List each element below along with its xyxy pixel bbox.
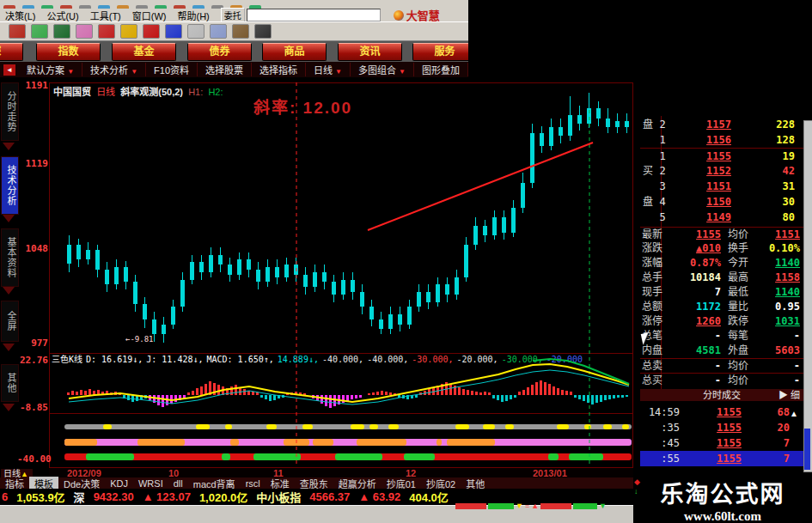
signal-band-segment [253,453,301,460]
macd-bar [587,395,589,403]
signal-band-segment [369,424,378,429]
flag-icon[interactable] [98,24,115,39]
candle [398,314,402,325]
macd-bar [106,391,108,395]
market-button-商品[interactable]: 商品 [262,43,327,61]
macd-bar [462,389,465,395]
nav-item[interactable]: 选择股票 [198,63,252,76]
nav-item[interactable]: F10资料 [146,63,198,76]
market-button-row: 沪深指数基金债券商品资讯服务 [0,41,468,62]
signal-band-segment [137,439,185,446]
mail-icon[interactable] [187,24,205,39]
ticker-row[interactable]: :4511557 [640,435,803,451]
monitor-icon[interactable] [210,24,227,39]
market-button-债券[interactable]: 债券 [187,43,252,61]
stat-label: 均价 [721,359,757,374]
back-icon[interactable]: ◄ [3,64,15,76]
red-orb-icon[interactable] [143,24,160,39]
nav-toolbar: ◄ 默认方案 ▼技术分析 ▼F10资料选择股票选择指标日线 ▼多图组合 ▼图形叠… [0,62,468,77]
macd-bar [565,391,568,395]
diamond-icon[interactable] [120,24,137,39]
candle [369,307,374,319]
market-button-沪深[interactable]: 沪深 [0,43,23,61]
candle [266,267,270,282]
sidebar-tab-技术分析[interactable]: 技术分析 [1,156,19,215]
status-value: 深 [74,489,85,505]
sidebar-tab-分时走势[interactable]: 分时走势 [1,82,19,141]
market-button-服务[interactable]: 服务 [412,43,468,61]
bell-icon[interactable] [76,24,93,39]
stat-value: - [668,329,721,344]
order-price: 1155 [669,149,731,164]
order-input[interactable] [247,9,381,21]
status-value: 404.0亿 [409,489,449,505]
macd-bar [514,395,516,398]
stat-label: 总买 [640,374,668,388]
menu-item[interactable]: 工具(T) [90,9,121,22]
chart-frame [49,82,633,468]
candle [218,255,223,265]
binoculars-icon[interactable] [53,24,70,39]
nav-item[interactable]: 多图组合 ▼ [351,63,414,76]
ticker-detail-button[interactable]: ▶ 细 [778,389,800,401]
order-price: 1149 [669,210,731,225]
stat-row: 总笔-每笔- [640,329,803,344]
candle [455,277,459,295]
indicator-value: D: 16.619↓, [86,355,143,364]
macd-bar [570,392,572,395]
menu-item[interactable]: 决策(L) [5,9,35,22]
stat-label: 现手 [640,285,668,300]
nav-item[interactable]: 选择指标 [252,63,306,76]
nav-item[interactable]: 默认方案 ▼ [19,63,82,76]
help-cursor-icon[interactable] [254,24,272,39]
menu-item[interactable]: 公式(U) [46,9,78,22]
macd-bar [561,390,564,395]
stat-value: 1158 [757,271,803,285]
menu-item[interactable]: 窗口(W) [132,9,167,22]
order-button[interactable]: 委托 [221,8,245,22]
nav-item[interactable]: 技术分析 ▼ [82,63,146,76]
books-icon[interactable] [232,24,249,39]
macd-bar [475,392,478,395]
signal-band-segment [103,424,112,429]
ticker-time: :35 [640,420,680,435]
macd-bar [471,391,473,395]
ticker-row[interactable]: :35115520 [640,420,803,435]
macd-bar [196,388,198,395]
ticker-row[interactable]: :5511557 [640,451,803,466]
sidebar-tab-全屏[interactable]: 全屏 [1,301,19,342]
bottom-tab-rscl[interactable]: rscl [241,478,266,489]
nav-item[interactable]: 图形叠加 [414,63,468,76]
nav-item[interactable]: 日线 ▼ [306,63,351,76]
market-button-资讯[interactable]: 资讯 [338,43,402,61]
macd-bar [226,388,229,395]
macd-bar [192,391,194,395]
macd-bar [243,389,246,395]
market-button-基金[interactable]: 基金 [112,43,176,61]
menu-item[interactable]: 帮助(H) [178,9,210,22]
macd-bar [518,392,521,395]
period-label[interactable]: 日线 [96,87,115,97]
sidebar-tab-基本资料[interactable]: 基本资料 [1,228,19,287]
stat-label: 内盘 [640,344,668,358]
bottom-tab-WRSI[interactable]: WRSI [133,478,168,489]
market-button-指数[interactable]: 指数 [36,43,101,61]
candle [559,127,563,136]
bottom-tab-dll[interactable]: dll [168,478,188,489]
candle [341,280,345,295]
ticker-row[interactable]: 14:59115568 [640,404,803,420]
bottom-tab-KDJ[interactable]: KDJ [105,478,133,489]
candle [284,265,289,277]
ticker-scroll-up-icon[interactable]: ▲ [790,409,798,418]
macd-bar [445,382,448,395]
quote-scrollbar[interactable] [803,120,812,472]
ticker-icon[interactable] [9,24,26,39]
sidebar-tab-其他[interactable]: 其他 [1,364,19,402]
stat-row: 涨幅0.87%今开1140 [640,256,803,271]
price-axis-label: 1119 [17,158,48,169]
scrollbar-thumb[interactable] [804,429,810,470]
blue-orb-icon[interactable] [165,24,182,39]
bars-icon[interactable] [31,24,48,39]
price-axis-label: 1191 [17,80,48,91]
stat-value: - [757,329,803,344]
